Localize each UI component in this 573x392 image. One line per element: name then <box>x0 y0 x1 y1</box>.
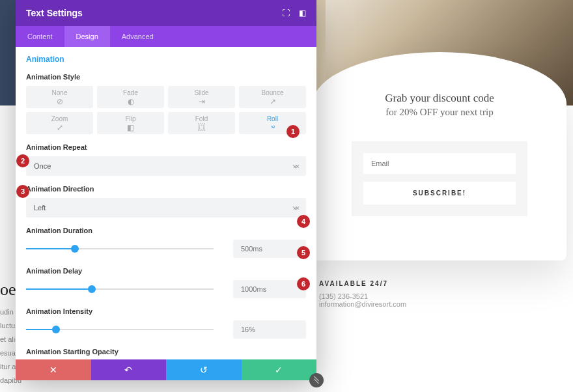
delay-value[interactable]: 1000ms <box>233 280 306 298</box>
subscribe-button[interactable]: SUBSCRIBE! <box>363 182 516 204</box>
fade-icon: ◐ <box>128 98 134 105</box>
panel-header[interactable]: Text Settings ⛶ ◧ <box>16 0 316 26</box>
none-icon: ⊘ <box>57 98 63 105</box>
section-animation[interactable]: Animation <box>26 55 306 64</box>
style-flip[interactable]: Flip◧ <box>97 112 164 134</box>
contact-phone: (135) 236-3521 <box>319 292 406 300</box>
contact-info: AVAILABLE 24/7 (135) 236-3521 informatio… <box>319 280 406 308</box>
tab-content[interactable]: Content <box>16 26 64 47</box>
callout-3: 3 <box>16 185 29 198</box>
slide-icon: ⇥ <box>199 98 205 105</box>
panel-body: Animation Animation Style None⊘ Fade◐ Sl… <box>16 47 316 359</box>
cancel-button[interactable]: ✕ <box>16 359 91 380</box>
label-opacity: Animation Starting Opacity <box>26 348 306 356</box>
flip-icon: ◧ <box>127 124 134 132</box>
resize-handle-icon[interactable] <box>309 373 324 387</box>
email-field[interactable] <box>363 153 516 174</box>
label-delay: Animation Delay <box>26 267 306 275</box>
tab-design[interactable]: Design <box>64 26 110 47</box>
panel-title: Text Settings <box>26 8 83 18</box>
label-duration: Animation Duration <box>26 227 306 234</box>
style-fold[interactable]: Fold⿴ <box>168 112 235 134</box>
style-slide[interactable]: Slide⇥ <box>168 86 235 108</box>
contact-email: information@diviresort.com <box>319 300 406 308</box>
callout-1: 1 <box>286 125 300 138</box>
fold-icon: ⿴ <box>198 124 206 132</box>
tab-advanced[interactable]: Advanced <box>110 26 165 47</box>
roll-icon: ༄ <box>271 124 275 132</box>
expand-icon[interactable]: ⛶ <box>282 8 290 18</box>
settings-panel: Text Settings ⛶ ◧ Content Design Advance… <box>16 0 316 380</box>
contact-heading: AVAILABLE 24/7 <box>319 280 406 287</box>
label-repeat: Animation Repeat <box>26 143 306 151</box>
panel-footer: ✕ ↶ ↺ ✓ <box>16 359 316 380</box>
callout-5: 5 <box>297 246 310 259</box>
undo-button[interactable]: ↶ <box>91 359 167 380</box>
style-fade[interactable]: Fade◐ <box>97 86 164 108</box>
callout-2: 2 <box>16 154 29 167</box>
card-subtitle: for 20% OFF your next trip <box>339 107 540 118</box>
style-bounce[interactable]: Bounce↗ <box>239 86 306 108</box>
tabs: Content Design Advanced <box>16 26 316 47</box>
style-none[interactable]: None⊘ <box>26 86 93 108</box>
repeat-select[interactable]: Once <box>26 156 306 176</box>
zoom-icon: ⤢ <box>57 124 63 132</box>
snap-icon[interactable]: ◧ <box>299 8 306 18</box>
bounce-icon: ↗ <box>270 98 276 105</box>
intensity-slider[interactable] <box>26 324 214 335</box>
redo-button[interactable]: ↺ <box>166 359 242 380</box>
animation-style-grid: None⊘ Fade◐ Slide⇥ Bounce↗ Zoom⤢ Flip◧ F… <box>26 86 306 134</box>
callout-4: 4 <box>297 215 310 228</box>
delay-slider[interactable] <box>26 284 214 294</box>
discount-card: Grab your discount code for 20% OFF your… <box>313 52 566 260</box>
label-style: Animation Style <box>26 73 306 81</box>
duration-value[interactable]: 500ms <box>233 240 306 258</box>
card-title: Grab your discount code <box>339 91 540 105</box>
subscribe-form: SUBSCRIBE! <box>352 141 527 216</box>
direction-select[interactable]: Left <box>26 198 306 217</box>
intensity-value[interactable]: 16% <box>233 320 306 339</box>
label-intensity: Animation Intensity <box>26 307 306 315</box>
callout-6: 6 <box>297 277 310 290</box>
label-direction: Animation Direction <box>26 185 306 193</box>
confirm-button[interactable]: ✓ <box>242 359 317 380</box>
duration-slider[interactable] <box>26 244 214 254</box>
style-zoom[interactable]: Zoom⤢ <box>26 112 93 134</box>
